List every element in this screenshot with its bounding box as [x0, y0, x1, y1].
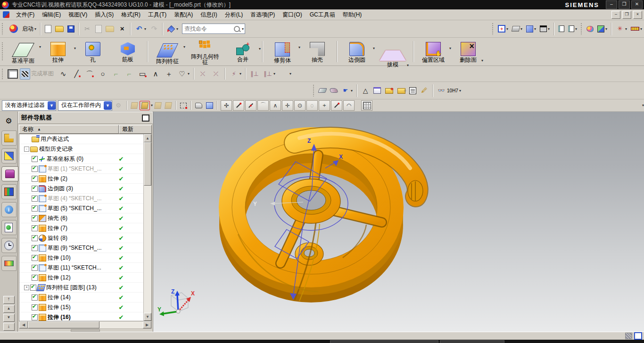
face-curvature-button[interactable]	[317, 87, 328, 94]
shell-button[interactable]: 抽壳	[301, 40, 334, 64]
expander-icon[interactable]: -	[24, 147, 29, 152]
dropdown-arrow-icon[interactable]: ▾	[481, 58, 483, 63]
snap-rotate-button[interactable]	[153, 101, 163, 110]
column-name[interactable]: 名称 ▲	[19, 125, 119, 134]
resource-scroll-0[interactable]: ⤒	[3, 296, 15, 304]
menu-6[interactable]: 工具(T)	[144, 10, 170, 20]
general-selection-button[interactable]: ⚙	[112, 100, 124, 111]
role-palette-button[interactable]	[585, 24, 595, 33]
paste-button[interactable]	[104, 24, 116, 33]
constraint-navigator-tab[interactable]	[1, 148, 17, 163]
roles-tab[interactable]	[1, 256, 17, 271]
dropdown-arrow-icon[interactable]: ▾	[407, 63, 409, 67]
marquee-select-button[interactable]	[178, 101, 189, 110]
tree-row[interactable]: 草图 (1) “SKETCH_...✔	[19, 164, 143, 174]
checkbox-checked-icon[interactable]	[32, 235, 38, 241]
circle-button[interactable]: ○	[96, 68, 109, 80]
checkbox-checked-icon[interactable]	[32, 294, 38, 301]
vscroll-thumb[interactable]	[144, 142, 151, 186]
menu-9[interactable]: 分析(L)	[221, 10, 247, 20]
dropdown-arrow-icon[interactable]: ▾	[548, 27, 550, 31]
dropdown-arrow-icon[interactable]: ▾	[640, 27, 642, 31]
spreadsheet-button[interactable]	[372, 86, 383, 95]
tree-row[interactable]: 拉伸 (16)✔	[19, 312, 143, 321]
quick-trim-button[interactable]: ⤬	[196, 68, 209, 80]
start-menu-button[interactable]: 启动▾	[6, 23, 38, 34]
dropdown-arrow-icon[interactable]: ▾	[34, 27, 36, 31]
menu-5[interactable]: 格式(R)	[117, 10, 144, 20]
datum-plane-button[interactable]: 基准平面▾	[7, 39, 40, 65]
line-button[interactable]: ╱	[70, 68, 83, 80]
select-handle-button[interactable]: ☛▾	[339, 85, 355, 96]
dropdown-arrow-icon[interactable]: ▼	[104, 101, 112, 110]
snap-point-toggle-button[interactable]	[140, 101, 150, 110]
trim-body-button[interactable]: 修剪体▾	[266, 39, 299, 64]
highlight-body-button[interactable]	[193, 101, 204, 110]
tree-row[interactable]: 拉伸 (14)✔	[19, 293, 143, 302]
redo-button[interactable]: ↷	[148, 23, 160, 34]
part-navigator-tab[interactable]	[1, 166, 18, 181]
grid-point-button[interactable]	[361, 100, 372, 111]
touch-mode-button[interactable]: ▾	[165, 23, 180, 34]
checkbox-checked-icon[interactable]	[32, 225, 38, 231]
save-button[interactable]	[66, 24, 76, 34]
menu-7[interactable]: 装配(A)	[170, 10, 197, 20]
arc-center-button[interactable]: ⊙	[294, 100, 305, 111]
menu-4[interactable]: 插入(S)	[91, 10, 117, 20]
model-body[interactable]	[232, 134, 423, 301]
dropdown-arrow-icon[interactable]: ▾	[273, 72, 275, 76]
tree-row[interactable]: 边倒圆 (3)✔	[19, 184, 143, 194]
dropdown-arrow-icon[interactable]: ▼	[48, 101, 56, 110]
finish-sketch-button[interactable]	[20, 68, 30, 80]
edge-blend-button[interactable]: 边倒圆▾	[340, 40, 373, 64]
dropdown-arrow-icon[interactable]: ▾	[144, 27, 146, 31]
menu-2[interactable]: 编辑(E)	[38, 10, 65, 20]
make-symmetric-button[interactable]: ∥⊥▾	[261, 68, 277, 80]
new-file-button[interactable]	[43, 24, 53, 34]
new-pane-button[interactable]: ▾	[566, 24, 579, 33]
checkbox-checked-icon[interactable]	[32, 166, 38, 172]
web-browser-tab[interactable]	[1, 220, 17, 235]
chamfer-button[interactable]: ⌐	[123, 68, 136, 80]
view-triad[interactable]: Z X Y	[157, 287, 199, 325]
menu-3[interactable]: 视图(V)	[65, 10, 91, 20]
studio-spline-button[interactable]: ∧	[149, 68, 162, 80]
dropdown-arrow-icon[interactable]: ▾	[176, 27, 178, 31]
existing-point-button[interactable]: ＋	[319, 100, 330, 111]
dropdown-arrow-icon[interactable]: ▾	[575, 27, 577, 31]
dropdown-arrow-icon[interactable]: ▾	[239, 72, 241, 76]
rib-button[interactable]: 筋板	[111, 41, 144, 63]
checkbox-checked-icon[interactable]	[32, 215, 38, 221]
curve-set-folder-button[interactable]	[395, 85, 407, 96]
tree-row[interactable]: 草图 (9) “SKETCH_...✔	[19, 243, 143, 253]
mesh-status-icon[interactable]	[625, 333, 632, 339]
dropdown-arrow-icon[interactable]: ▾	[459, 89, 461, 93]
checkbox-checked-icon[interactable]	[32, 255, 38, 261]
snap-previous-button[interactable]	[129, 101, 140, 110]
horizontal-scrollbar[interactable]: ◀ ▶	[19, 321, 152, 329]
window-status-icon[interactable]	[634, 332, 642, 340]
tree-row[interactable]: 旋转 (8)✔	[19, 233, 143, 243]
taskbar-window-button[interactable]	[440, 340, 504, 343]
mdi-minimize-button[interactable]: –	[611, 11, 620, 19]
checkbox-checked-icon[interactable]	[32, 245, 38, 251]
column-latest[interactable]: 最新	[119, 125, 152, 134]
dropdown-arrow-icon[interactable]: ▾	[39, 45, 41, 49]
checkbox-checked-icon[interactable]	[32, 186, 38, 192]
menu-13[interactable]: 帮助(H)	[339, 10, 366, 20]
checkbox-checked-icon[interactable]	[32, 196, 38, 202]
resource-scroll-3[interactable]: ⤓	[3, 323, 15, 331]
orient-view-button[interactable]: ▾	[510, 24, 524, 33]
draft-button[interactable]: 拔模▾	[375, 35, 410, 68]
mdi-close-button[interactable]: ×	[633, 11, 642, 19]
fit-view-button[interactable]: ＋▾	[496, 24, 510, 34]
tree-row[interactable]: 拉伸 (2)✔	[19, 174, 143, 184]
fillet-button[interactable]: ⌐	[109, 68, 123, 80]
menu-10[interactable]: 首选项(P)	[247, 10, 279, 20]
measure-button[interactable]: ▾	[629, 25, 644, 33]
hscroll-thumb[interactable]	[28, 321, 99, 328]
dropdown-arrow-icon[interactable]: ▾	[188, 72, 190, 76]
control-point-button[interactable]: ⌒	[257, 100, 269, 111]
cut-button[interactable]: ✂	[81, 23, 93, 34]
dropdown-arrow-icon[interactable]: ▾	[183, 45, 185, 49]
